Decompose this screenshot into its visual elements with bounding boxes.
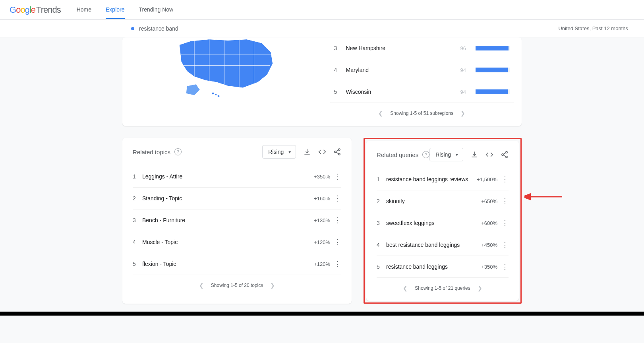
embed-icon[interactable] [318, 148, 326, 156]
row-menu-icon[interactable]: ⋮ [334, 260, 341, 267]
topic-rank: 4 [133, 239, 142, 245]
queries-pager: ❮ Showing 1-5 of 21 queries ❯ [377, 285, 509, 291]
bottom-edge [0, 312, 644, 316]
query-row[interactable]: 3 sweetflexx leggings +600% ⋮ [377, 212, 509, 234]
row-menu-icon[interactable]: ⋮ [501, 263, 509, 270]
pager-text: Showing 1-5 of 21 queries [415, 285, 470, 291]
share-icon[interactable] [501, 151, 509, 159]
query-row[interactable]: 2 skinnify +650% ⋮ [377, 190, 509, 212]
region-bar [476, 46, 510, 50]
row-menu-icon[interactable]: ⋮ [334, 217, 341, 224]
card-title: Related queries [377, 151, 418, 158]
query-value: +650% [481, 198, 497, 204]
query-name: sweetflexx leggings [386, 220, 481, 226]
topic-name: Muscle - Topic [142, 239, 314, 245]
row-menu-icon[interactable]: ⋮ [501, 241, 509, 248]
topic-row[interactable]: 2 Standing - Topic +160% ⋮ [133, 188, 341, 209]
query-rank: 2 [377, 198, 386, 204]
topic-name: flexion - Topic [142, 261, 314, 267]
pager-text: Showing 1-5 of 51 subregions [390, 110, 453, 116]
context-label: United States, Past 12 months [558, 25, 628, 31]
query-rank: 1 [377, 176, 386, 182]
topic-value: +120% [314, 239, 330, 245]
topic-row[interactable]: 4 Muscle - Topic +120% ⋮ [133, 231, 341, 253]
query-row[interactable]: 5 resistance band leggings +350% ⋮ [377, 256, 509, 278]
query-name: best resistance band leggings [386, 242, 481, 248]
query-name: resistance band leggings [386, 264, 481, 270]
topic-value: +160% [314, 196, 330, 202]
search-term[interactable]: resistance band [139, 25, 178, 32]
region-bar [476, 89, 510, 94]
region-row[interactable]: 5 Wisconsin 94 [330, 81, 514, 103]
topic-row[interactable]: 3 Bench - Furniture +130% ⋮ [133, 209, 341, 231]
query-row[interactable]: 1 resistance band leggings reviews +1,50… [377, 169, 509, 190]
topic-name: Standing - Topic [142, 195, 314, 202]
pager-next[interactable]: ❯ [270, 282, 275, 289]
row-menu-icon[interactable]: ⋮ [501, 219, 509, 227]
region-value: 96 [460, 45, 466, 51]
nav-trending-now[interactable]: Trending Now [139, 0, 174, 19]
download-icon[interactable] [303, 148, 311, 156]
query-value: +450% [481, 242, 497, 248]
nav-home[interactable]: Home [77, 0, 91, 19]
nav-explore[interactable]: Explore [106, 0, 124, 19]
term-color-dot [131, 27, 134, 30]
pager-prev[interactable]: ❮ [199, 282, 204, 289]
pager-prev[interactable]: ❮ [403, 285, 408, 291]
download-icon[interactable] [470, 151, 478, 159]
sort-dropdown[interactable]: Rising▼ [262, 145, 296, 159]
topic-value: +350% [314, 174, 330, 180]
svg-point-9 [218, 95, 220, 97]
row-menu-icon[interactable]: ⋮ [501, 198, 509, 205]
topic-value: +120% [314, 261, 330, 267]
region-bar [476, 68, 510, 72]
region-rank: 3 [334, 45, 340, 51]
region-value: 94 [460, 67, 466, 73]
pager-next[interactable]: ❯ [460, 110, 465, 116]
topic-rank: 1 [133, 173, 142, 180]
svg-point-7 [212, 92, 214, 95]
region-row[interactable]: 3 New Hampshire 96 [330, 37, 514, 59]
interest-by-subregion-card: 3 New Hampshire 96 4 Maryland 94 5 Wisco… [122, 37, 522, 126]
pager-prev[interactable]: ❮ [378, 110, 383, 116]
region-rank: 5 [334, 89, 340, 95]
help-icon[interactable]: ? [174, 148, 182, 155]
region-rank: 4 [334, 67, 340, 73]
pager-next[interactable]: ❯ [478, 285, 482, 291]
row-menu-icon[interactable]: ⋮ [334, 238, 341, 246]
top-nav: Google Trends Home Explore Trending Now [0, 0, 644, 20]
annotation-arrow [524, 191, 564, 204]
region-list: 3 New Hampshire 96 4 Maryland 94 5 Wisco… [330, 37, 522, 116]
sort-dropdown[interactable]: Rising▼ [429, 148, 463, 161]
card-title: Related topics [133, 149, 170, 155]
region-name: Wisconsin [346, 89, 454, 95]
help-icon[interactable]: ? [422, 151, 429, 158]
query-rank: 5 [377, 264, 386, 270]
query-value: +1,500% [477, 176, 497, 182]
topic-name: Leggings - Attire [142, 173, 314, 180]
topic-rank: 3 [133, 217, 142, 223]
annotation-highlight-box: Related queries ? Rising▼ [364, 138, 522, 304]
region-pager: ❮ Showing 1-5 of 51 subregions ❯ [330, 110, 514, 116]
topics-pager: ❮ Showing 1-5 of 20 topics ❯ [133, 282, 341, 289]
query-value: +350% [481, 264, 497, 270]
embed-icon[interactable] [485, 151, 493, 159]
row-menu-icon[interactable]: ⋮ [334, 195, 341, 202]
region-name: Maryland [346, 67, 454, 73]
share-icon[interactable] [333, 148, 341, 156]
query-value: +600% [481, 220, 497, 226]
topic-row[interactable]: 1 Leggings - Attire +350% ⋮ [133, 166, 341, 188]
svg-point-8 [215, 94, 217, 96]
row-menu-icon[interactable]: ⋮ [334, 173, 341, 180]
row-menu-icon[interactable]: ⋮ [501, 176, 509, 183]
topic-row[interactable]: 5 flexion - Topic +120% ⋮ [133, 253, 341, 275]
region-row[interactable]: 4 Maryland 94 [330, 59, 514, 81]
query-name: resistance band leggings reviews [386, 176, 477, 182]
us-map[interactable] [164, 37, 288, 101]
query-row[interactable]: 4 best resistance band leggings +450% ⋮ [377, 234, 509, 256]
region-name: New Hampshire [346, 45, 454, 51]
query-name: skinnify [386, 198, 481, 204]
related-topics-card: Related topics ? Rising▼ [122, 138, 352, 304]
related-queries-card: Related queries ? Rising▼ [366, 141, 519, 301]
google-trends-logo[interactable]: Google Trends [10, 5, 61, 15]
